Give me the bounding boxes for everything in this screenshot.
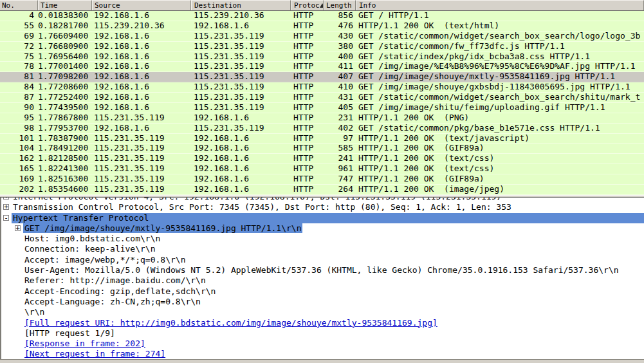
- cell-time: 0.01838300: [38, 11, 92, 21]
- detail-line[interactable]: -Hypertext Transfer Protocol: [1, 213, 644, 223]
- column-header-protocol[interactable]: Protoc: [291, 0, 324, 10]
- column-header-destination[interactable]: Destination: [191, 0, 291, 10]
- packet-row[interactable]: 871.77252400192.168.1.6115.231.35.119HTT…: [0, 93, 644, 103]
- cell-destination: 192.168.1.6: [191, 174, 291, 184]
- cell-length: 380: [324, 42, 356, 51]
- expander-plus-icon[interactable]: +: [3, 198, 9, 200]
- column-header-length[interactable]: Length: [324, 0, 356, 10]
- cell-info: GET /static/common/widget/search_box_sea…: [356, 32, 644, 41]
- cell-length: 407: [324, 72, 356, 82]
- packet-list-header: No.TimeSourceDestinationProtocLengthInfo: [0, 0, 644, 11]
- expander-minus-icon[interactable]: -: [3, 215, 9, 221]
- detail-text: \r\n: [24, 307, 44, 317]
- detail-line[interactable]: Host: img0.bdstatic.com\r\n: [1, 234, 644, 244]
- cell-no: 78: [0, 62, 38, 71]
- cell-length: 856: [324, 11, 356, 21]
- cell-no: 95: [0, 113, 38, 123]
- packet-row[interactable]: 951.77867800115.231.35.119192.168.1.6HTT…: [0, 113, 644, 124]
- detail-line[interactable]: +Transmission Control Protocol, Src Port…: [1, 202, 644, 212]
- detail-line[interactable]: [Response in frame: 202]: [1, 339, 644, 349]
- cell-length: 402: [324, 124, 356, 133]
- cell-destination: 115.231.35.119: [191, 93, 291, 102]
- cell-source: 192.168.1.6: [92, 62, 191, 71]
- cell-source: 115.231.35.119: [92, 154, 191, 163]
- detail-line[interactable]: [Full request URI: http://img0.bdstatic.…: [1, 318, 644, 328]
- packet-row[interactable]: 691.76609400192.168.1.6115.231.35.119HTT…: [0, 32, 644, 42]
- column-header-info[interactable]: Info: [356, 0, 644, 10]
- detail-line[interactable]: Referer: http://image.baidu.com/\r\n: [1, 275, 644, 286]
- cell-no: 165: [0, 164, 38, 174]
- packet-row[interactable]: 751.76956400192.168.1.6115.231.35.119HTT…: [0, 52, 644, 62]
- cell-info: GET /static/common/fw_ff73dfc.js HTTP/1.…: [356, 42, 644, 51]
- packet-row[interactable]: 901.77439500192.168.1.6115.231.35.119HTT…: [0, 103, 644, 113]
- cell-destination: 115.231.35.119: [191, 82, 291, 92]
- cell-time: 1.77098200: [38, 72, 92, 82]
- detail-line[interactable]: +Internet Protocol Version 4, Src: 192.1…: [1, 198, 644, 202]
- detail-line[interactable]: Accept-Encoding: gzip,deflate,sdch\r\n: [1, 286, 644, 297]
- packet-row[interactable]: 1041.78491200115.231.35.119192.168.1.6HT…: [0, 144, 644, 154]
- cell-time: 1.85354600: [38, 185, 92, 194]
- detail-link[interactable]: [Full request URI: http://img0.bdstatic.…: [24, 318, 437, 328]
- detail-text: Connection: keep-alive\r\n: [24, 244, 156, 254]
- column-header-label: Info: [359, 1, 376, 10]
- column-header-no[interactable]: No.: [0, 0, 38, 10]
- expander-plus-icon[interactable]: +: [15, 225, 21, 231]
- cell-source: 192.168.1.6: [92, 52, 191, 62]
- cell-length: 476: [324, 21, 356, 31]
- detail-line[interactable]: Accept: image/webp,*/*;q=0.8\r\n: [1, 255, 644, 265]
- packet-row[interactable]: 781.77001400192.168.1.6115.231.35.119HTT…: [0, 62, 644, 72]
- packet-row[interactable]: 1011.78387900115.231.35.119192.168.1.6HT…: [0, 134, 644, 144]
- column-header-time[interactable]: Time: [38, 0, 92, 10]
- detail-line[interactable]: Connection: keep-alive\r\n: [1, 244, 644, 254]
- cell-protocol: HTTP: [291, 72, 324, 82]
- packet-row[interactable]: 841.77208600192.168.1.6115.231.35.119HTT…: [0, 82, 644, 93]
- packet-row[interactable]: 721.76680900192.168.1.6115.231.35.119HTT…: [0, 42, 644, 52]
- expander-plus-icon[interactable]: +: [3, 204, 9, 210]
- detail-link[interactable]: [Response in frame: 202]: [24, 339, 145, 348]
- detail-line[interactable]: \r\n: [1, 307, 644, 317]
- detail-text: Hypertext Transfer Protocol: [13, 213, 149, 223]
- detail-line[interactable]: Accept-Language: zh-CN,zh;q=0.8\r\n: [1, 297, 644, 307]
- cell-source: 192.168.1.6: [92, 72, 191, 82]
- detail-text: [HTTP request 1/9]: [24, 328, 115, 338]
- detail-text: User-Agent: Mozilla/5.0 (Windows NT 5.2)…: [24, 265, 619, 275]
- packet-row-selected[interactable]: 811.77098200192.168.1.6115.231.35.119HTT…: [0, 72, 644, 82]
- packet-list-pane: No.TimeSourceDestinationProtocLengthInfo…: [0, 0, 644, 195]
- detail-line[interactable]: +GET /img/image/shouye/mxtly-9535841169.…: [1, 223, 644, 234]
- cell-destination: 192.168.1.6: [191, 21, 291, 31]
- cell-no: 55: [0, 21, 38, 31]
- cell-no: 104: [0, 144, 38, 153]
- cell-info: HTTP/1.1 200 OK (text/javascript): [356, 134, 644, 144]
- cell-length: 411: [324, 62, 356, 71]
- cell-protocol: HTTP: [291, 134, 324, 144]
- details-body: +Internet Protocol Version 4, Src: 192.1…: [1, 198, 644, 359]
- packet-row[interactable]: 40.01838300192.168.1.6115.239.210.36HTTP…: [0, 11, 644, 21]
- packet-row[interactable]: 981.77953700192.168.1.6115.231.35.119HTT…: [0, 124, 644, 134]
- cell-protocol: HTTP: [291, 174, 324, 184]
- cell-no: 84: [0, 82, 38, 92]
- packet-row[interactable]: 1691.82516300115.231.35.119192.168.1.6HT…: [0, 174, 644, 185]
- packet-row[interactable]: 550.18281700115.239.210.36192.168.1.6HTT…: [0, 21, 644, 32]
- cell-destination: 192.168.1.6: [191, 164, 291, 174]
- cell-destination: 192.168.1.6: [191, 144, 291, 153]
- column-header-label: Source: [95, 1, 120, 10]
- packet-row[interactable]: 1651.82241300115.231.35.119192.168.1.6HT…: [0, 164, 644, 174]
- detail-line[interactable]: User-Agent: Mozilla/5.0 (Windows NT 5.2)…: [1, 265, 644, 275]
- detail-line[interactable]: [Next request in frame: 274]: [1, 349, 644, 359]
- detail-link[interactable]: [Next request in frame: 274]: [24, 349, 165, 358]
- detail-text: Accept-Language: zh-CN,zh;q=0.8\r\n: [24, 297, 201, 306]
- cell-destination: 115.231.35.119: [191, 72, 291, 82]
- cell-source: 115.231.35.119: [92, 185, 191, 194]
- packet-row[interactable]: 2021.85354600115.231.35.119192.168.1.6HT…: [0, 185, 644, 195]
- cell-destination: 115.231.35.119: [191, 32, 291, 41]
- column-header-source[interactable]: Source: [92, 0, 191, 10]
- cell-info: HTTP/1.1 200 OK (GIF89a): [356, 144, 644, 153]
- cell-protocol: HTTP: [291, 52, 324, 62]
- cell-time: 1.76609400: [38, 32, 92, 41]
- cell-source: 115.231.35.119: [92, 134, 191, 144]
- detail-text: GET /img/image/shouye/mxtly-9535841169.j…: [23, 223, 302, 233]
- cell-source: 115.231.35.119: [92, 174, 191, 184]
- cell-info: HTTP/1.1 200 OK (PNG): [356, 113, 644, 123]
- packet-row[interactable]: 1621.82128500115.231.35.119192.168.1.6HT…: [0, 154, 644, 164]
- detail-line[interactable]: [HTTP request 1/9]: [1, 328, 644, 339]
